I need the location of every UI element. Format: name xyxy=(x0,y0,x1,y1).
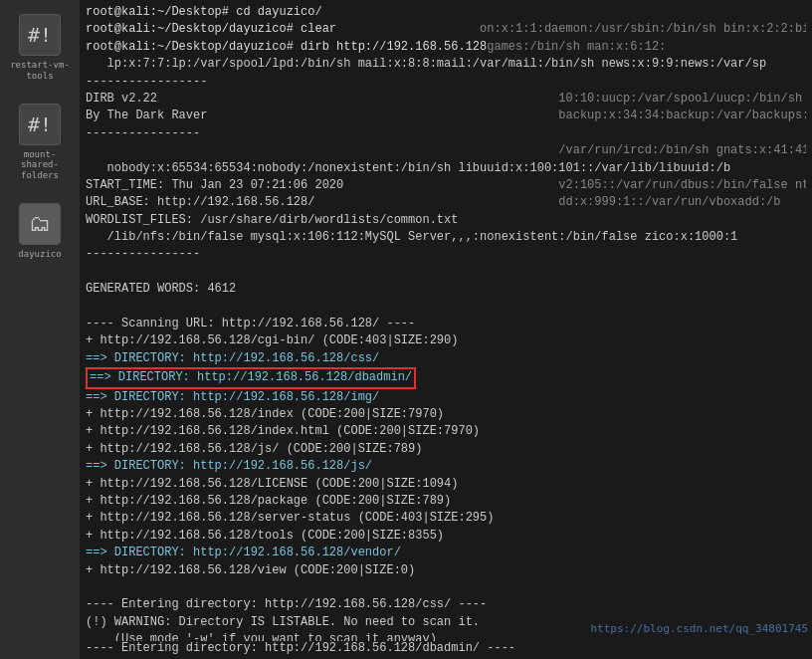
watermark: https://blog.csdn.net/qq_34801745 xyxy=(590,622,808,635)
sidebar-item-dayuzico[interactable]: 🗂 dayuzico xyxy=(4,197,76,266)
sidebar-item-label: restart-vm-tools xyxy=(8,60,72,82)
terminal-window[interactable]: root@kali:~/Desktop# cd dayuzico/ root@k… xyxy=(80,0,812,659)
restart-vm-tools-icon: #! xyxy=(19,14,61,56)
highlighted-dbadmin-line: ==> DIRECTORY: http://192.168.56.128/dba… xyxy=(86,367,416,388)
folder-icon: 🗂 xyxy=(19,203,61,245)
mount-shared-folders-icon: #! xyxy=(19,104,61,145)
sidebar-item-label-3: dayuzico xyxy=(18,249,61,260)
sidebar-item-label-2: mount-shared-folders xyxy=(8,149,72,181)
terminal-output: root@kali:~/Desktop# cd dayuzico/ root@k… xyxy=(86,4,806,641)
sidebar-item-mount-shared-folders[interactable]: #! mount-shared-folders xyxy=(4,98,76,187)
sidebar: #! restart-vm-tools #! mount-shared-fold… xyxy=(0,0,80,659)
terminal-last-line: ---- Entering directory: http://192.168.… xyxy=(86,641,806,655)
sidebar-item-restart-vm-tools[interactable]: #! restart-vm-tools xyxy=(4,8,76,88)
